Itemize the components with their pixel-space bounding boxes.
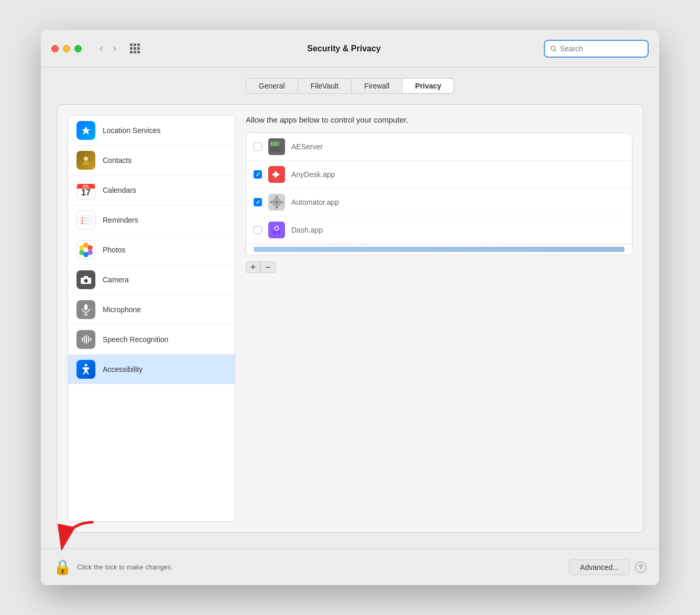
lock-icon[interactable]: 🔒	[53, 558, 72, 576]
checkbox-automator[interactable]	[254, 198, 262, 206]
forward-button[interactable]: ›	[110, 42, 119, 55]
lock-section: 🔒 Click the lock to make changes.	[53, 558, 173, 576]
svg-point-4	[82, 217, 83, 219]
svg-point-6	[82, 220, 83, 222]
sidebar-label-microphone: Microphone	[103, 305, 141, 314]
svg-point-16	[84, 248, 88, 251]
aeserver-icon: EXEC	[268, 138, 285, 155]
sidebar-label-location-services: Location Services	[103, 126, 161, 135]
search-icon	[550, 45, 557, 52]
checkbox-anydesk[interactable]	[254, 170, 262, 179]
app-name-anydesk: AnyDesk.app	[291, 170, 335, 179]
right-content: Allow the apps below to control your com…	[246, 115, 632, 522]
titlebar: ‹ › Security & Privacy	[41, 30, 659, 68]
sidebar: Location Services Contacts	[68, 115, 235, 522]
minimize-button[interactable]	[63, 45, 70, 52]
svg-point-15	[79, 245, 84, 250]
advanced-button[interactable]: Advanced...	[569, 559, 630, 575]
calendars-icon: JUL 17	[76, 181, 95, 200]
app-name-dash: Dash.app	[291, 226, 323, 234]
traffic-lights	[51, 45, 82, 52]
svg-point-11	[88, 245, 93, 250]
checkbox-aeserver[interactable]	[254, 142, 262, 151]
lock-text: Click the lock to make changes.	[77, 563, 173, 571]
search-input[interactable]	[560, 45, 642, 53]
svg-rect-29	[90, 338, 91, 341]
svg-point-40	[276, 201, 278, 203]
sidebar-item-location-services[interactable]: Location Services	[68, 116, 235, 146]
panel-inner: Location Services Contacts	[57, 105, 643, 532]
add-button[interactable]: +	[246, 261, 260, 273]
main-window: ‹ › Security & Privacy General FileVault…	[41, 30, 659, 585]
svg-rect-21	[89, 278, 90, 279]
sidebar-item-speech-recognition[interactable]: Speech Recognition	[68, 325, 235, 355]
app-row-dash: Dash.app	[246, 216, 632, 244]
back-button[interactable]: ‹	[96, 42, 106, 55]
svg-rect-27	[86, 335, 87, 344]
svg-rect-31	[268, 138, 285, 155]
close-button[interactable]	[51, 45, 59, 52]
tabs-bar: General FileVault Firewall Privacy	[57, 78, 643, 94]
help-button[interactable]: ?	[635, 562, 647, 573]
maximize-button[interactable]	[74, 45, 82, 52]
sidebar-item-reminders[interactable]: Reminders	[68, 205, 235, 235]
sidebar-item-contacts[interactable]: Contacts	[68, 146, 235, 175]
svg-point-8	[82, 223, 83, 224]
apps-list: EXEC AEServer	[246, 133, 632, 255]
sidebar-item-photos[interactable]: Photos	[68, 235, 235, 265]
svg-rect-44	[281, 201, 283, 203]
svg-rect-20	[84, 276, 88, 278]
partial-app-row	[246, 244, 632, 255]
checkbox-dash[interactable]	[254, 226, 262, 234]
svg-point-49	[276, 227, 278, 229]
photos-icon	[76, 240, 95, 259]
camera-icon	[76, 270, 95, 289]
tab-filevault[interactable]: FileVault	[298, 78, 352, 94]
anydesk-icon	[268, 166, 285, 183]
svg-rect-5	[84, 217, 90, 218]
app-row-automator: Automator.app	[246, 189, 632, 216]
window-title: Security & Privacy	[152, 44, 535, 53]
content-area: General FileVault Firewall Privacy	[41, 68, 659, 548]
svg-rect-9	[84, 223, 88, 224]
location-services-icon	[76, 121, 95, 140]
sidebar-label-reminders: Reminders	[103, 216, 138, 224]
tab-firewall[interactable]: Firewall	[352, 78, 402, 94]
svg-point-48	[277, 230, 280, 234]
contacts-icon	[76, 151, 95, 170]
reminders-icon	[76, 211, 95, 229]
bottom-bar: 🔒 Click the lock to make changes. Advanc…	[41, 548, 659, 585]
svg-rect-28	[88, 336, 89, 343]
automator-icon	[268, 194, 285, 211]
tab-privacy[interactable]: Privacy	[402, 78, 454, 94]
add-remove-buttons: + −	[246, 261, 632, 273]
svg-line-1	[555, 50, 556, 51]
sidebar-label-accessibility: Accessibility	[103, 365, 143, 374]
app-name-aeserver: AEServer	[291, 142, 323, 151]
nav-buttons: ‹ ›	[96, 42, 119, 55]
sidebar-item-calendars[interactable]: JUL 17 Calendars	[68, 175, 235, 205]
sidebar-item-accessibility[interactable]: Accessibility	[68, 355, 235, 384]
accessibility-icon	[76, 360, 95, 379]
svg-rect-25	[82, 337, 83, 342]
main-panel: Location Services Contacts	[57, 104, 643, 533]
allow-text: Allow the apps below to control your com…	[246, 115, 632, 124]
sidebar-item-camera[interactable]: Camera	[68, 265, 235, 295]
sidebar-label-calendars: Calendars	[103, 186, 136, 194]
svg-rect-34	[270, 149, 280, 150]
search-box[interactable]	[544, 40, 649, 58]
tab-general[interactable]: General	[246, 78, 298, 94]
sidebar-label-contacts: Contacts	[103, 156, 132, 164]
remove-button[interactable]: −	[261, 261, 276, 273]
svg-rect-41	[276, 196, 278, 198]
sidebar-label-photos: Photos	[103, 246, 126, 254]
svg-rect-35	[270, 150, 281, 151]
svg-rect-22	[84, 304, 88, 310]
svg-rect-7	[84, 220, 90, 221]
sidebar-label-speech-recognition: Speech Recognition	[103, 335, 168, 344]
sidebar-item-microphone[interactable]: Microphone	[68, 295, 235, 325]
svg-rect-26	[84, 336, 85, 343]
app-name-automator: Automator.app	[291, 198, 339, 206]
grid-icon[interactable]	[130, 43, 140, 53]
svg-rect-33	[270, 147, 283, 148]
